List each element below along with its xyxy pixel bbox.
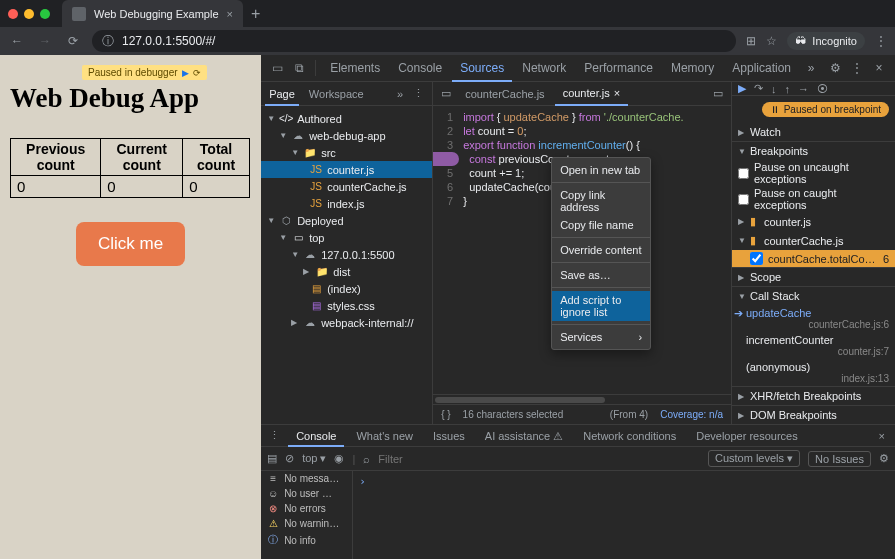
console-filter-input[interactable] bbox=[378, 453, 518, 465]
drawer-tab-ai[interactable]: AI assistance ⚠ bbox=[477, 425, 571, 447]
ctx-services[interactable]: Services› bbox=[552, 328, 650, 346]
console-settings-icon[interactable]: ⚙ bbox=[879, 452, 889, 465]
nav-tab-page[interactable]: Page bbox=[265, 82, 299, 106]
editor-tab-counter[interactable]: counter.js× bbox=[555, 82, 629, 106]
pane-watch[interactable]: ▶Watch bbox=[732, 123, 895, 141]
tree-webpack[interactable]: ▶☁webpack-internal:// bbox=[261, 314, 432, 331]
stack-frame-1[interactable]: incrementCountercounter.js:7 bbox=[732, 332, 895, 359]
forward-button[interactable]: → bbox=[36, 32, 54, 50]
drawer-menu-icon[interactable]: ⋮ bbox=[265, 429, 284, 442]
pane-callstack[interactable]: ▼Call Stack bbox=[732, 287, 895, 305]
console-input[interactable]: › bbox=[353, 471, 895, 559]
step-out-button[interactable]: ↑ bbox=[785, 83, 791, 95]
tab-elements[interactable]: Elements bbox=[322, 55, 388, 82]
drawer-tab-network[interactable]: Network conditions bbox=[575, 425, 684, 447]
tree-file-countercache[interactable]: JScounterCache.js bbox=[261, 178, 432, 195]
ctx-override[interactable]: Override content bbox=[552, 241, 650, 259]
menu-icon[interactable]: ⋮ bbox=[875, 34, 887, 48]
nav-tab-workspace[interactable]: Workspace bbox=[305, 82, 368, 106]
horizontal-scrollbar[interactable] bbox=[433, 394, 731, 404]
tab-console[interactable]: Console bbox=[390, 55, 450, 82]
resume-icon[interactable]: ▶ bbox=[182, 68, 189, 78]
close-devtools-icon[interactable]: × bbox=[869, 58, 889, 78]
pane-scope[interactable]: ▶Scope bbox=[732, 268, 895, 286]
settings-icon[interactable]: ⚙ bbox=[825, 58, 845, 78]
tab-sources[interactable]: Sources bbox=[452, 55, 512, 82]
tree-host[interactable]: ▼☁127.0.0.1:5500 bbox=[261, 246, 432, 263]
deactivate-bp-button[interactable]: ⦿ bbox=[817, 83, 828, 95]
tab-memory[interactable]: Memory bbox=[663, 55, 722, 82]
close-tab-icon[interactable]: × bbox=[227, 8, 233, 20]
bp-line-item[interactable]: countCache.totalCo…6 bbox=[732, 250, 895, 267]
stack-frame-0[interactable]: updateCachecounterCache.js:6 bbox=[732, 305, 895, 332]
tree-file-index[interactable]: JSindex.js bbox=[261, 195, 432, 212]
tree-index-html[interactable]: ▤(index) bbox=[261, 280, 432, 297]
step-over-button[interactable]: ↷ bbox=[754, 82, 763, 95]
more-nav-icon[interactable]: » bbox=[397, 88, 403, 100]
close-drawer-icon[interactable]: × bbox=[873, 430, 891, 442]
chk-uncaught[interactable]: Pause on uncaught exceptions bbox=[732, 160, 895, 186]
resume-button[interactable]: ▶ bbox=[738, 82, 746, 95]
drawer-tab-devres[interactable]: Developer resources bbox=[688, 425, 806, 447]
context-selector[interactable]: top ▾ bbox=[302, 452, 326, 465]
msg-errors[interactable]: ⊗No errors bbox=[261, 501, 352, 516]
live-expr-icon[interactable]: ◉ bbox=[334, 452, 344, 465]
click-me-button[interactable]: Click me bbox=[76, 222, 185, 266]
bookmark-icon[interactable]: ☆ bbox=[766, 34, 777, 48]
tree-src[interactable]: ▼📁src bbox=[261, 144, 432, 161]
close-window-icon[interactable] bbox=[8, 9, 18, 19]
extensions-icon[interactable]: ⊞ bbox=[746, 34, 756, 48]
dock-menu-icon[interactable]: ⋮ bbox=[847, 58, 867, 78]
incognito-badge[interactable]: 🕶 Incognito bbox=[787, 32, 865, 50]
back-button[interactable]: ← bbox=[8, 32, 26, 50]
ctx-copy-filename[interactable]: Copy file name bbox=[552, 216, 650, 234]
drawer-tab-console[interactable]: Console bbox=[288, 425, 344, 447]
drawer-tab-issues[interactable]: Issues bbox=[425, 425, 473, 447]
step-button[interactable]: → bbox=[798, 83, 809, 95]
line-gutter[interactable]: 1234567 bbox=[433, 106, 459, 394]
bp-file-counter[interactable]: ▶▮counter.js bbox=[732, 212, 895, 231]
tab-application[interactable]: Application bbox=[724, 55, 799, 82]
pane-breakpoints[interactable]: ▼Breakpoints bbox=[732, 142, 895, 160]
msg-user[interactable]: ☺No user … bbox=[261, 486, 352, 501]
console-sidebar-toggle-icon[interactable]: ▤ bbox=[267, 452, 277, 465]
inspect-icon[interactable]: ▭ bbox=[267, 58, 287, 78]
tree-styles[interactable]: ▤styles.css bbox=[261, 297, 432, 314]
ctx-ignore-list[interactable]: Add script to ignore list bbox=[552, 291, 650, 321]
close-editor-tab-icon[interactable]: × bbox=[614, 81, 620, 105]
pane-dom-bp[interactable]: ▶DOM Breakpoints bbox=[732, 406, 895, 424]
device-toggle-icon[interactable]: ⧉ bbox=[289, 58, 309, 78]
msg-all[interactable]: ≡No messa… bbox=[261, 471, 352, 486]
minimize-window-icon[interactable] bbox=[24, 9, 34, 19]
clear-console-icon[interactable]: ⊘ bbox=[285, 452, 294, 465]
no-issues-badge[interactable]: No Issues bbox=[808, 451, 871, 467]
tree-dist[interactable]: ▶📁dist bbox=[261, 263, 432, 280]
url-input[interactable]: ⓘ 127.0.0.1:5500/#/ bbox=[92, 30, 736, 52]
tree-deployed[interactable]: ▼⬡Deployed bbox=[261, 212, 432, 229]
ctx-open-new-tab[interactable]: Open in new tab bbox=[552, 161, 650, 179]
step-icon[interactable]: ⟳ bbox=[193, 68, 201, 78]
site-info-icon[interactable]: ⓘ bbox=[102, 33, 114, 50]
new-tab-button[interactable]: + bbox=[251, 5, 260, 23]
tree-file-counter[interactable]: JScounter.js bbox=[261, 161, 432, 178]
watch-toggle-icon[interactable]: ▭ bbox=[437, 87, 455, 100]
tree-top[interactable]: ▼▭top bbox=[261, 229, 432, 246]
chk-caught[interactable]: Pause on caught exceptions bbox=[732, 186, 895, 212]
log-levels-selector[interactable]: Custom levels ▾ bbox=[708, 450, 800, 467]
ctx-copy-link[interactable]: Copy link address bbox=[552, 186, 650, 216]
reload-button[interactable]: ⟳ bbox=[64, 32, 82, 50]
tree-app[interactable]: ▼☁web-debug-app bbox=[261, 127, 432, 144]
editor-more-icon[interactable]: ▭ bbox=[709, 87, 727, 100]
step-into-button[interactable]: ↓ bbox=[771, 83, 777, 95]
stack-frame-2[interactable]: (anonymous)index.js:13 bbox=[732, 359, 895, 386]
tab-performance[interactable]: Performance bbox=[576, 55, 661, 82]
pretty-print-icon[interactable]: { } bbox=[441, 409, 450, 420]
tab-network[interactable]: Network bbox=[514, 55, 574, 82]
tree-authored[interactable]: ▼</>Authored bbox=[261, 110, 432, 127]
more-tabs-icon[interactable]: » bbox=[801, 58, 821, 78]
editor-tab-countercache[interactable]: counterCache.js bbox=[457, 82, 553, 106]
msg-info[interactable]: ⓘNo info bbox=[261, 531, 352, 549]
browser-tab[interactable]: Web Debugging Example × bbox=[62, 0, 243, 27]
pane-xhr[interactable]: ▶XHR/fetch Breakpoints bbox=[732, 387, 895, 405]
nav-menu-icon[interactable]: ⋮ bbox=[409, 87, 428, 100]
